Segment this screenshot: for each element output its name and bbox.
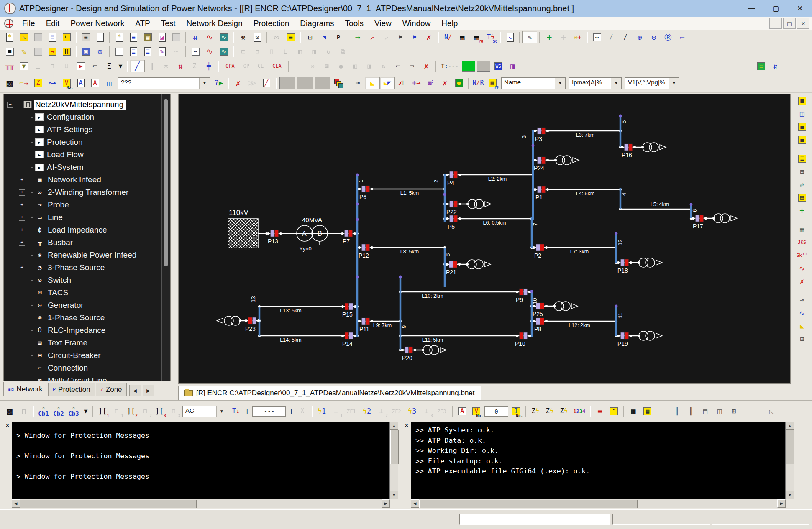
import-measurements-button[interactable]: ⇊ (188, 31, 202, 43)
hscroll-thumb[interactable] (419, 500, 638, 508)
tree-item-3-phase-source[interactable]: +◔3-Phase Source (4, 261, 162, 274)
text-frame-a-button[interactable]: A (88, 77, 102, 89)
console-right-hscrollbar[interactable]: ◀ ▶ (411, 499, 786, 508)
data-grid-button[interactable]: ⋯ (188, 46, 202, 57)
menu-item-network-design[interactable]: Network Design (181, 19, 248, 28)
probe-P4[interactable] (454, 171, 458, 178)
grid-small-2-button[interactable]: ⊞ (795, 333, 809, 344)
probe-P25[interactable] (540, 303, 544, 309)
tree-item-probe[interactable]: +⊸Probe (4, 199, 162, 211)
tree-item-line[interactable]: +▭Line (4, 211, 162, 224)
probe-P21[interactable] (453, 261, 457, 268)
jks-short-circuit-button[interactable]: JKS (795, 237, 809, 248)
tree-scrollbar-thumb[interactable] (164, 99, 168, 266)
cut-red-button[interactable]: ✗ (422, 31, 436, 43)
tree-item-load-impedance[interactable]: +ϕLoad Impedance (4, 224, 162, 236)
switch-element-button[interactable]: ⊓ (45, 60, 59, 72)
parallel-lines-button[interactable]: ∥ (145, 60, 159, 72)
impedance-marker-2-button[interactable]: Zϟ (543, 406, 557, 417)
menu-item-window[interactable]: Window (397, 19, 436, 28)
tab-network[interactable]: ▪▫Network (3, 382, 47, 396)
probe-P14[interactable] (345, 332, 349, 339)
pages-vertical-2-button[interactable]: ║ (684, 406, 698, 417)
impedance-marker-1-button[interactable]: Zϟ (528, 406, 543, 417)
group-elements-button[interactable]: ⧉ (336, 46, 350, 57)
protection-messages-output[interactable]: > Window for Protection Messages> Window… (12, 422, 390, 499)
menu-item-test[interactable]: Test (156, 19, 181, 28)
zoom-window-button[interactable]: ⊙ (93, 46, 107, 57)
mirror-element-v-button[interactable]: ◨ (362, 60, 377, 72)
scroll-up-icon[interactable]: ▲ (390, 422, 398, 430)
nr-curves-button[interactable]: N/R (471, 77, 485, 89)
corner-yellow-button[interactable]: ◣ (795, 320, 809, 331)
check-line-gray-button[interactable]: ↗ (379, 31, 393, 43)
protection-plan-button[interactable]: P (331, 31, 346, 43)
zf2-gray-button[interactable]: ZF2 (388, 406, 405, 417)
mdi-restore-button[interactable]: ▢ (783, 18, 796, 29)
zone2-trip-button[interactable]: ϟ2 (360, 406, 374, 417)
probe-P6[interactable] (362, 186, 366, 192)
delete-connection-button[interactable]: ✳ (305, 60, 320, 72)
zf3-gray-button[interactable]: ZF3 (433, 406, 450, 417)
paste-sheet-button[interactable]: ∟ (59, 31, 74, 43)
probe-P11[interactable] (362, 318, 366, 325)
edit-properties-button[interactable]: ✎ (17, 46, 31, 57)
phase-b-chip[interactable] (297, 77, 313, 89)
cb-dropdown-button[interactable]: ▼ (81, 406, 90, 417)
connection-step-button[interactable]: ⌐ (88, 60, 102, 72)
scroll-down-icon[interactable]: ▼ (786, 491, 794, 499)
probe-P15[interactable] (349, 303, 353, 310)
canvas-tab[interactable]: [R] ENCR C:\ATPDesigner\00_7_1_ATPDesMan… (178, 386, 481, 400)
load-element-button[interactable]: ▶ (74, 60, 88, 72)
probe-P1[interactable] (538, 186, 541, 193)
check-line-red-button[interactable]: ↗ (365, 31, 379, 43)
step-back-button[interactable]: ¬ (405, 60, 419, 72)
load-symbol[interactable] (474, 199, 484, 209)
notes-list-button[interactable]: ≡ (284, 31, 298, 43)
delete-network-check-button[interactable]: ✗⊦ (395, 77, 409, 89)
tree-item-1-phase-source[interactable]: +⊚1-Phase Source (4, 312, 162, 324)
chevron-down-icon[interactable]: ▼ (611, 78, 621, 89)
curves-window-teal-button[interactable]: ∿ (217, 46, 231, 57)
list-red-button[interactable]: ≡ (593, 406, 607, 417)
protection-curve-1-button[interactable]: ◣ (365, 77, 380, 89)
fault-location-button[interactable]: T↓ (229, 406, 243, 417)
keyboard-grid-button[interactable]: ⋯ (590, 31, 604, 43)
scroll-right-icon[interactable]: ▶ (777, 499, 786, 508)
save-file-button[interactable] (31, 31, 45, 43)
line-direction-arrows-button[interactable]: ⇅ (173, 60, 187, 72)
load-symbol[interactable] (474, 260, 483, 269)
probe-P16[interactable] (629, 144, 633, 151)
probe-P1[interactable] (542, 186, 546, 193)
probe-P24[interactable] (538, 157, 541, 164)
delete-elements-button[interactable]: ✗ (419, 60, 433, 72)
align-left-button[interactable]: ⊏ (236, 46, 250, 57)
probe-P5[interactable] (454, 215, 458, 222)
probe-P16[interactable] (625, 144, 628, 151)
comment-balloon-button[interactable]: ❝ (607, 406, 621, 417)
zone2-gray-button[interactable]: ⊥2 (374, 406, 388, 417)
paste-special-button[interactable]: ◪ (155, 31, 169, 43)
pages-vertical-1-button[interactable]: ║ (670, 406, 684, 417)
voltage-numbering-button[interactable]: VNo. (59, 77, 74, 89)
result-table-button[interactable]: ▦ (455, 31, 469, 43)
menu-item-file[interactable]: File (17, 19, 41, 28)
probe-P23[interactable] (253, 317, 256, 324)
probe-P15[interactable] (345, 303, 349, 310)
cascade-colors[interactable] (331, 77, 346, 89)
ground-element-button[interactable]: ⊥ (31, 60, 45, 72)
hscroll-thumb[interactable] (20, 500, 197, 508)
delete-impedance-button[interactable]: ✗ (438, 77, 452, 89)
phase-a-chip[interactable] (279, 77, 295, 89)
flag-blue-button[interactable]: ⚑ (407, 31, 422, 43)
probe-P17[interactable] (696, 215, 699, 222)
probe-P18[interactable] (625, 259, 629, 266)
tabs-scroll-left-icon[interactable]: ◀ (129, 385, 141, 396)
probe-P7[interactable] (349, 230, 353, 237)
menu-item-help[interactable]: Help (436, 19, 463, 28)
box-disabled-button[interactable] (31, 46, 45, 57)
menu-item-power-network[interactable]: Power Network (65, 19, 130, 28)
slash-thin-button[interactable]: / (604, 31, 618, 43)
protection-curve-2-button[interactable]: ◣◤ (380, 77, 395, 89)
scroll-up-icon[interactable]: ▲ (786, 422, 794, 430)
